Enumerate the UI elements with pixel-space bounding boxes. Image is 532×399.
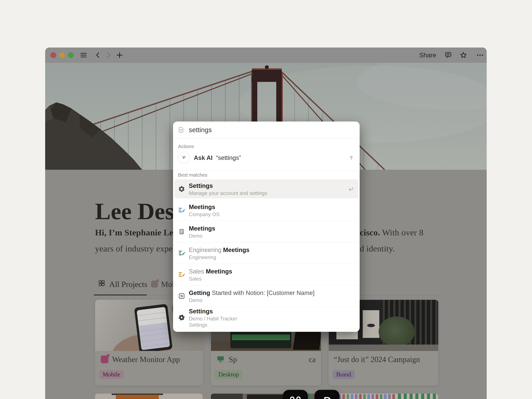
- forward-icon[interactable]: [105, 51, 113, 59]
- card-title-fragment: Sp: [229, 355, 237, 364]
- back-icon[interactable]: [94, 51, 102, 59]
- result-title: Getting Started with Notion: [Customer N…: [189, 289, 315, 297]
- intro-text-line2-right: d identity.: [360, 244, 395, 253]
- result-title: Meetings: [189, 203, 220, 211]
- p-keycap: P: [315, 390, 339, 399]
- search-result-row[interactable]: Engineering MeetingsEngineering: [174, 242, 358, 264]
- intro-text-line2-left: years of industry expe: [95, 244, 173, 253]
- ask-ai-query: “settings”: [216, 154, 241, 161]
- search-query-text: settings: [189, 126, 212, 134]
- gear-icon: [178, 185, 185, 193]
- result-breadcrumb: Demo: [189, 298, 315, 303]
- comments-icon[interactable]: [444, 51, 452, 59]
- database-pencil-icon: [178, 249, 185, 257]
- ask-ai-bold: Ask AI: [194, 154, 213, 161]
- actions-section-label: Actions: [178, 144, 360, 150]
- ask-ai-label: Ask AI “settings”: [194, 154, 241, 161]
- result-breadcrumb: Manage your account and settings: [189, 191, 267, 196]
- card-badge-desktop: Desktop: [215, 370, 242, 379]
- search-modal: settings Actions Ask AI “settings” Best …: [173, 121, 360, 332]
- window-titlebar: Share: [45, 48, 487, 63]
- card-title: “Just do it” 2024 Campaign: [334, 355, 420, 364]
- result-text: Engineering MeetingsEngineering: [189, 246, 249, 260]
- close-window-button[interactable]: [51, 52, 56, 58]
- notion-ai-face-icon: [178, 152, 190, 164]
- tab-label: All Projects: [109, 279, 147, 289]
- search-result-row[interactable]: SettingsManage your account and settings: [174, 179, 358, 198]
- result-breadcrumb: Settings: [189, 322, 237, 328]
- intro-bold-fragment: cisco.: [360, 228, 380, 237]
- pink-app-icon: [101, 355, 108, 363]
- return-icon: [348, 186, 354, 192]
- result-text: MeetingsDemo: [189, 225, 215, 238]
- result-text: SettingsDemo / Habit TrackerSettings: [189, 308, 237, 328]
- document-icon: [178, 126, 185, 133]
- ask-ai-action[interactable]: Ask AI “settings”: [174, 151, 358, 165]
- result-breadcrumb: Demo / Habit Tracker: [189, 316, 237, 321]
- result-text: MeetingsCompany OS: [189, 203, 220, 217]
- search-input[interactable]: settings: [173, 121, 360, 138]
- result-title: Settings: [189, 308, 237, 315]
- result-breadcrumb: Sales: [189, 276, 232, 281]
- search-result-row[interactable]: NGetting Started with Notion: [Customer …: [174, 285, 358, 307]
- result-text: SettingsManage your account and settings: [189, 182, 267, 196]
- new-page-icon[interactable]: [115, 51, 124, 59]
- result-title: Meetings: [189, 225, 215, 232]
- sidebar-toggle-icon[interactable]: [80, 51, 88, 59]
- card-badge-mobile: Mobile: [99, 370, 124, 379]
- result-title: Settings: [189, 182, 267, 190]
- project-card-partial[interactable]: [329, 394, 438, 399]
- grid-icon: [98, 279, 106, 289]
- green-monitor-icon: [216, 355, 225, 364]
- intro-text-line1-right: cisco. With over 8: [360, 228, 424, 237]
- svg-text:N: N: [180, 294, 183, 298]
- up-arrow-icon: [348, 154, 355, 161]
- result-breadcrumb: Demo: [189, 233, 215, 238]
- search-result-row[interactable]: Sales MeetingsSales: [174, 264, 358, 285]
- search-result-row[interactable]: MeetingsDemo: [174, 221, 358, 242]
- result-title: Engineering Meetings: [189, 246, 249, 254]
- card-badge-brand: Brand: [333, 370, 355, 379]
- zoom-window-button[interactable]: [68, 52, 74, 58]
- favorite-star-icon[interactable]: [459, 51, 468, 59]
- document-icon: [178, 228, 185, 235]
- card-title-fragment: ca: [309, 355, 316, 364]
- intro-text-line1-left: Hi, I’m Stephanie Le: [95, 228, 173, 237]
- desktop-background: Share: [0, 0, 532, 399]
- search-results-list: SettingsManage your account and settings…: [173, 179, 360, 328]
- gear8-icon: [178, 314, 185, 321]
- result-text: Sales MeetingsSales: [189, 268, 232, 281]
- share-button[interactable]: Share: [419, 51, 436, 59]
- section-divider: [173, 170, 360, 171]
- notion-logo-icon: N: [178, 292, 185, 300]
- result-title: Sales Meetings: [189, 268, 232, 275]
- more-options-icon[interactable]: [476, 51, 484, 59]
- tab-mobile[interactable]: Mob: [151, 279, 176, 290]
- card-title: Weather Monitor App: [112, 355, 180, 364]
- search-result-row[interactable]: MeetingsCompany OS: [174, 200, 358, 221]
- search-result-row[interactable]: SettingsDemo / Habit TrackerSettings: [174, 307, 358, 328]
- best-matches-section-label: Best matches: [178, 172, 360, 178]
- page-title: Lee Desi: [95, 198, 181, 225]
- result-breadcrumb: Engineering: [189, 255, 249, 260]
- database-pencil-icon: [178, 271, 185, 278]
- project-card-partial[interactable]: [95, 394, 203, 399]
- minimize-window-button[interactable]: [59, 52, 65, 58]
- mobile-app-icon: [151, 281, 158, 288]
- database-pencil-icon: [178, 207, 185, 214]
- result-text: Getting Started with Notion: [Customer N…: [189, 289, 315, 303]
- intro-regular-fragment: With over 8: [380, 228, 424, 237]
- tab-all-projects[interactable]: All Projects: [98, 279, 147, 290]
- result-breadcrumb: Company OS: [189, 212, 220, 217]
- cmd-keycap: ⌘: [283, 390, 308, 399]
